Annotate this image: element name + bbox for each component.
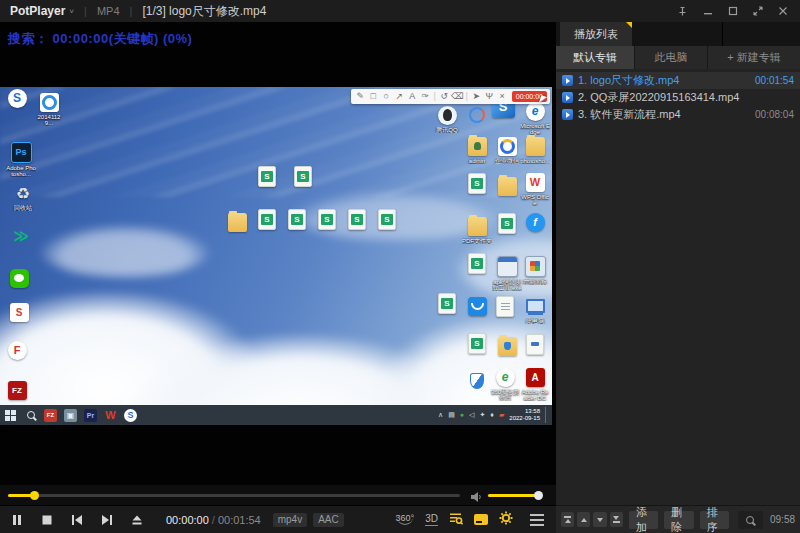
desktop-icon — [462, 367, 492, 393]
desktop-icon: S — [282, 208, 312, 232]
tab-playlist[interactable]: 播放列表 — [560, 22, 632, 46]
desktop-icon: eMicrosoft Edge — [520, 101, 550, 135]
desktop-icon: S — [312, 208, 342, 232]
media-file-icon — [562, 75, 573, 86]
potplayer-window: PotPlayer ˅ | MP4 | [1/3] logo尺寸修改.mp4 搜… — [0, 0, 800, 533]
tab-this-pc[interactable]: 此电脑 — [635, 46, 707, 69]
audio-codec-badge: AAC — [313, 513, 344, 527]
menu-hamburger-button[interactable] — [530, 514, 544, 516]
app-menu-button[interactable]: PotPlayer — [10, 4, 65, 18]
move-top-button[interactable] — [561, 512, 574, 527]
volume-slider[interactable] — [488, 494, 540, 497]
recorder-tools: ✎□○↗A✑|↺⌫|➤Ψ× — [354, 89, 509, 104]
rect-icon: □ — [367, 89, 380, 104]
desktop-icon: S — [372, 208, 402, 232]
title-bar: PotPlayer ˅ | MP4 | [1/3] logo尺寸修改.mp4 — [0, 0, 800, 22]
taskbar-start-button — [4, 409, 17, 422]
tray-icons: ∧▤●◁✦♦▰ — [438, 405, 504, 425]
move-up-button[interactable] — [577, 512, 590, 527]
tab-corner-flag-icon — [626, 22, 632, 28]
taskbar-tray: ∧▤●◁✦♦▰ 13:58 2022-09-15 — [438, 405, 552, 425]
desktop-taskbar: FZ▣PrWS ∧▤●◁✦♦▰ 13:58 2022-09-15 — [0, 405, 552, 425]
settings-gear-icon[interactable] — [499, 511, 513, 529]
sort-button[interactable]: 排序 — [700, 511, 729, 529]
stop-button[interactable] — [32, 507, 62, 533]
eject-button[interactable] — [122, 507, 152, 533]
seek-slider[interactable] — [8, 494, 460, 497]
desktop-icon: 腾讯QQ — [432, 101, 462, 133]
desktop-icon: PDF文件夹 — [462, 212, 492, 244]
arrow-icon: ↗ — [393, 89, 406, 104]
mouse-cursor-icon — [539, 95, 547, 104]
seek-knob[interactable] — [30, 491, 39, 500]
pause-button[interactable] — [2, 507, 32, 533]
clock-display: 09:58 — [770, 514, 795, 525]
desktop-icon: photosho... — [520, 132, 550, 164]
volume-knob[interactable] — [534, 491, 543, 500]
subtitle-panel-button[interactable] — [474, 514, 488, 525]
desktop-icon: S — [342, 208, 372, 232]
chevron-down-icon[interactable]: ˅ — [69, 7, 74, 16]
tray-app-icon: ▰ — [499, 405, 504, 425]
playlist-footer: 添加 删除 排序 09:58 — [556, 505, 800, 533]
album-tabs: 默认专辑 此电脑 + 新建专辑 — [556, 46, 800, 69]
desktop-icon: apk信息读取工具.exe — [492, 252, 522, 291]
ellipse-icon: ○ — [380, 89, 393, 104]
playlist-item[interactable]: 3. 软件更新流程.mp4 00:08:04 — [556, 106, 800, 123]
taskbar-filezilla-icon: FZ — [44, 409, 57, 422]
delete-button[interactable]: 删除 — [664, 511, 693, 529]
move-down-button[interactable] — [593, 512, 606, 527]
playlist-item[interactable]: 2. QQ录屏20220915163414.mp4 — [556, 89, 800, 106]
taskbar-premiere-icon: Pr — [84, 409, 97, 422]
tray-pin-icon: ♦ — [490, 405, 494, 425]
move-bottom-button[interactable] — [610, 512, 623, 527]
pin-icon[interactable] — [677, 6, 688, 17]
window-title: [1/3] logo尺寸修改.mp4 — [142, 3, 266, 20]
desktop-icon: 此电脑 — [520, 292, 550, 324]
playlist-search-box[interactable] — [738, 511, 763, 529]
text-icon: A — [406, 89, 419, 104]
desktop-icon: f — [520, 212, 550, 234]
playlist-search-icon[interactable] — [449, 511, 463, 529]
minimize-button[interactable] — [703, 6, 713, 16]
trash-icon: ⌫ — [451, 89, 464, 104]
desktop-icon: S — [462, 332, 492, 356]
fullscreen-button[interactable] — [753, 6, 763, 16]
pen-icon: ✎ — [354, 89, 367, 104]
desktop-icon: ≫ — [6, 226, 36, 247]
tab-new-album[interactable]: + 新建专辑 — [708, 46, 800, 69]
desktop-icon: 控制面板 — [520, 252, 550, 285]
media-file-icon — [562, 109, 573, 120]
tray-volume-icon: ◁ — [469, 405, 474, 425]
next-button[interactable] — [92, 507, 122, 533]
desktop-icon: FZ — [2, 379, 32, 402]
desktop-icon: PsAdobe Photosho... — [6, 141, 36, 177]
add-button[interactable]: 添加 — [629, 511, 658, 529]
maximize-button[interactable] — [728, 6, 738, 16]
search-icon — [746, 516, 754, 524]
format-badge: MP4 — [97, 5, 120, 17]
video-codec-badge: mp4v — [273, 513, 307, 527]
close-icon: × — [496, 89, 509, 104]
recording-time-badge: 00:00:00 — [512, 91, 547, 102]
time-display: 00:00:00/00:01:54 — [166, 514, 261, 526]
playlist-item[interactable]: 1. logo尺寸修改.mp4 00:01:54 — [556, 72, 800, 89]
previous-button[interactable] — [62, 507, 92, 533]
tray-green-icon: ● — [460, 405, 464, 425]
taskbar-clock: 13:58 2022-09-15 — [509, 408, 540, 422]
desktop-icon: 企业微信 — [492, 132, 522, 164]
osd-search-status: 搜索： 00:00:00(关键帧) (0%) — [8, 30, 192, 48]
tab-default-album[interactable]: 默认专辑 — [556, 46, 634, 69]
desktop-icon: AAdobe Reader DC — [520, 367, 550, 401]
playlist-tab-strip: 播放列表 — [556, 22, 800, 46]
taskbar-browser-icon: S — [124, 409, 137, 422]
mode-3d-button[interactable]: 3D — [425, 513, 438, 526]
desktop-icon: S — [462, 252, 492, 276]
desktop-icon: ♻回收站 — [8, 184, 38, 211]
video-frame[interactable]: S20141129...PsAdobe Photosho...♻回收站≫SFFZ… — [0, 87, 552, 425]
desktop-icon: S — [4, 302, 34, 324]
divider: | — [84, 5, 87, 17]
taskbar-search-button — [24, 409, 37, 422]
close-button[interactable] — [778, 6, 788, 16]
vr-360-button[interactable]: 360° — [396, 514, 415, 525]
